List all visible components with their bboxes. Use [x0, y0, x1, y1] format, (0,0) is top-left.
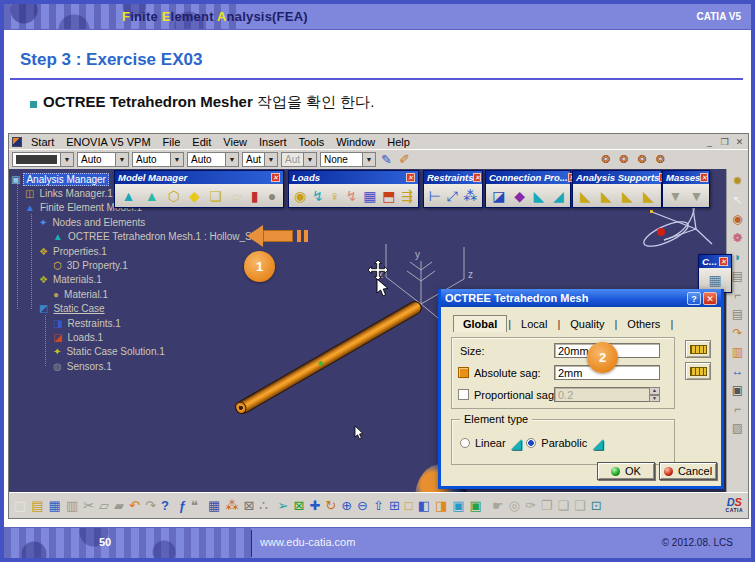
chevron-down-icon[interactable]: ▼ — [264, 153, 277, 166]
comment-icon[interactable]: ❝ — [191, 498, 198, 513]
lock-icon[interactable]: ⊠ — [243, 498, 254, 513]
chevron-down-icon[interactable]: ▼ — [60, 153, 73, 166]
dialog-help-button[interactable]: ? — [687, 292, 701, 305]
tab-global[interactable]: Global — [453, 315, 507, 332]
menu-enovia-v5-vpm[interactable]: ENOVIA V5 VPM — [60, 135, 156, 149]
dialog-close-button[interactable]: ✕ — [703, 292, 717, 305]
viewport-3d[interactable]: y z x — [9, 169, 726, 492]
combo-none[interactable]: None▼ — [320, 152, 376, 167]
shading-edges-icon[interactable]: ◨ — [435, 498, 447, 513]
mini-toolbar-title-bar[interactable]: C... ✕ — [699, 255, 731, 268]
toolbar-title-bar[interactable]: Loads✕ — [289, 171, 418, 184]
combo-auto-3[interactable]: Auto▼ — [187, 152, 239, 167]
catalog-icon[interactable]: ⊡ — [591, 498, 602, 513]
menu-help[interactable]: Help — [381, 135, 416, 149]
table-icon[interactable]: ▦ — [208, 498, 220, 513]
bearing-load-icon[interactable]: ↯ — [346, 188, 358, 204]
rotate-view-icon[interactable]: ↷ — [732, 326, 742, 340]
zoom-in-icon[interactable]: ⊕ — [341, 498, 352, 513]
seam-connection-icon[interactable]: ◣ — [534, 188, 545, 204]
toolbar-title-bar[interactable]: Restraints✕ — [424, 171, 482, 184]
normal-view-icon[interactable]: ⇧ — [373, 498, 384, 513]
close-button[interactable]: ✕ — [734, 137, 745, 147]
tree-item-material-1[interactable]: ●Material.1 — [53, 287, 110, 301]
close-icon[interactable]: ✕ — [700, 173, 708, 182]
proportional-sag-spinner[interactable]: ▲▼ — [649, 387, 660, 402]
copy-icon[interactable]: ▱ — [99, 498, 109, 513]
adaptivity-icon[interactable]: ▱ — [231, 188, 242, 204]
menu-file[interactable]: File — [157, 135, 187, 149]
menu-insert[interactable]: Insert — [253, 135, 293, 149]
menu-window[interactable]: Window — [330, 135, 381, 149]
restore-button[interactable]: ❒ — [719, 137, 730, 147]
paste-icon[interactable]: ▰ — [114, 498, 124, 513]
radio-parabolic[interactable] — [526, 438, 536, 448]
acceleration-icon[interactable]: ⬒ — [382, 188, 395, 204]
compute-icon[interactable]: ▦ — [708, 272, 721, 288]
tree-item-static-case-solution-1[interactable]: ✦Static Case Solution.1 — [53, 345, 167, 359]
compass-tool-icon[interactable]: ✹ — [732, 174, 742, 188]
shading-fan-icon[interactable]: ◗ — [734, 250, 741, 264]
plane-icon[interactable]: ▤ — [732, 269, 743, 283]
support-3-icon[interactable]: ◣ — [622, 188, 633, 204]
combo-auto-2[interactable]: Auto▼ — [132, 152, 184, 167]
cancel-button[interactable]: Cancel — [659, 462, 717, 480]
hide-show-icon[interactable]: ▣ — [452, 498, 464, 513]
tree-item-materials-1[interactable]: ❖Materials.1 — [39, 273, 104, 287]
menu-start[interactable]: Start — [25, 135, 60, 149]
filter-icon[interactable]: ∴ — [259, 498, 267, 513]
size-measure-button[interactable] — [685, 340, 711, 358]
chevron-down-icon[interactable]: ▼ — [170, 153, 183, 166]
moment-icon[interactable]: ♀ — [329, 188, 340, 204]
tree-item-loads-1[interactable]: ◪Loads.1 — [53, 330, 105, 344]
sketch-icon[interactable]: ▤ — [732, 307, 743, 321]
force-density-icon[interactable]: ⇶ — [401, 188, 413, 204]
multi-view-icon[interactable]: ⊞ — [389, 498, 400, 513]
tree-item-octree-tetrahedron-mesh-1-hollow-shaft[interactable]: ▲OCTREE Tetrahedron Mesh.1 : Hollow_Shaf… — [53, 230, 270, 244]
point-connection-icon[interactable]: ◆ — [514, 188, 525, 204]
pan-icon[interactable]: ✚ — [309, 498, 320, 513]
axis-icon[interactable]: ⌐ — [734, 288, 741, 302]
toolbar-title-bar[interactable]: Masses✕ — [663, 171, 709, 184]
chevron-down-icon[interactable]: ▼ — [225, 153, 238, 166]
octree-tetra-mesh-icon[interactable]: ▲ — [122, 188, 136, 204]
knowledge-icon-2[interactable]: ❂ — [619, 153, 628, 166]
wireframe-icon[interactable]: □ — [405, 498, 413, 513]
absolute-sag-modified-checkbox[interactable] — [458, 367, 469, 378]
footer-site-link[interactable]: www.edu-catia.com — [260, 536, 355, 548]
tree-item-nodes-and-elements[interactable]: ✦Nodes and Elements — [39, 215, 147, 229]
formula-icon[interactable]: ƒ — [179, 498, 186, 513]
knowledge-icon-1[interactable]: ❂ — [601, 153, 610, 166]
camera-icon[interactable]: ▣ — [732, 383, 743, 397]
zoom-out-icon[interactable]: ⊖ — [357, 498, 368, 513]
swap-visible-icon[interactable]: ▣ — [470, 498, 482, 513]
general-connection-icon[interactable]: ◪ — [492, 188, 505, 204]
imported-force-icon[interactable]: ▦ — [363, 188, 376, 204]
tree-item-static-case[interactable]: ◩Static Case — [39, 302, 107, 316]
painter-icon[interactable]: ✎ — [379, 152, 394, 167]
local-mesh-icon[interactable]: ❏ — [209, 188, 222, 204]
welding-icon[interactable]: ▮ — [251, 188, 259, 204]
close-icon[interactable]: ✕ — [473, 173, 481, 182]
tree-item-links-manager-1[interactable]: ◫Links Manager.1 — [25, 186, 115, 200]
beam-mesh-icon[interactable]: ⬡ — [168, 188, 180, 204]
new-icon[interactable]: ▢ — [14, 498, 26, 513]
printer3d-icon[interactable]: ▥ — [732, 345, 743, 359]
close-icon[interactable]: ✕ — [271, 173, 280, 182]
proportional-sag-checkbox[interactable] — [458, 389, 469, 400]
menu-tools[interactable]: Tools — [292, 135, 330, 149]
radio-linear[interactable] — [460, 438, 470, 448]
tab-quality[interactable]: Quality — [561, 316, 613, 332]
ok-button[interactable]: OK — [597, 462, 655, 480]
redo-icon[interactable]: ↷ — [145, 498, 156, 513]
help-icon[interactable]: ? — [161, 498, 169, 513]
mass-density-icon[interactable]: ▼ — [690, 188, 704, 204]
select-icon[interactable]: ↖ — [732, 193, 742, 207]
rotate-icon[interactable]: ↻ — [325, 498, 336, 513]
close-icon[interactable]: ✕ — [406, 173, 415, 182]
tree-item-analysis-manager[interactable]: ▣Analysis Manager — [11, 172, 109, 186]
support-1-icon[interactable]: ◣ — [580, 188, 591, 204]
clamp-icon[interactable]: ⊢ — [429, 188, 441, 204]
mass-icon[interactable]: ▼ — [669, 188, 683, 204]
save-icon[interactable]: ▦ — [49, 498, 61, 513]
